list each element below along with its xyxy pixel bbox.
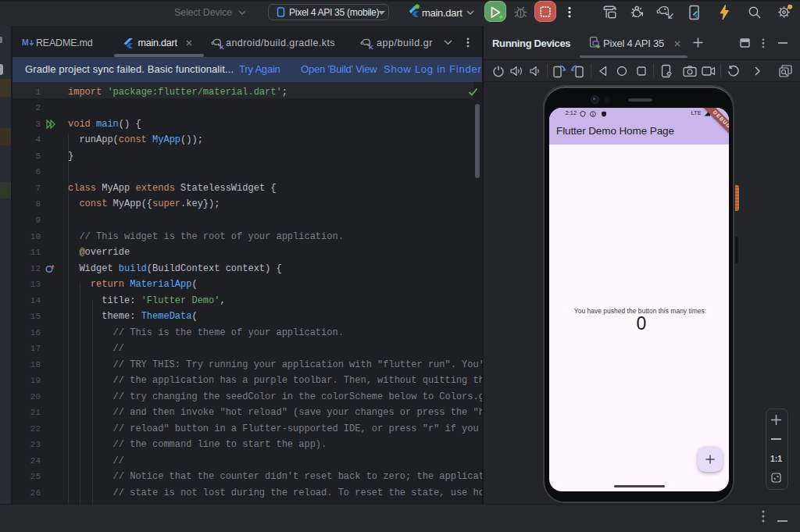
svg-text:K: K: [220, 44, 224, 50]
svg-text:K: K: [369, 44, 373, 50]
svg-text:M: M: [22, 37, 29, 47]
